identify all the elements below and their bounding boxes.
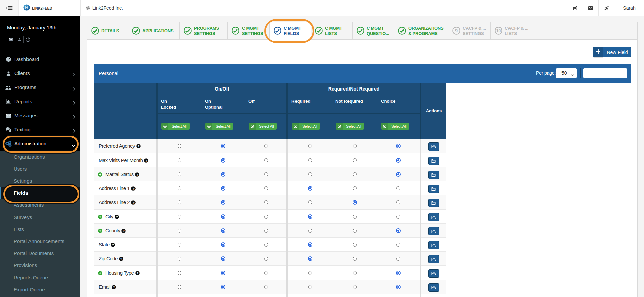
svg-text:10: 10 <box>496 28 501 33</box>
svg-text:?: ? <box>137 271 139 275</box>
svg-text:?: ? <box>123 229 125 233</box>
svg-text:?: ? <box>120 257 122 261</box>
svg-text:?: ? <box>145 159 147 162</box>
svg-text:?: ? <box>132 201 135 204</box>
svg-text:9: 9 <box>455 28 458 33</box>
svg-text:?: ? <box>138 144 140 148</box>
svg-text:?: ? <box>116 215 118 219</box>
svg-text:?: ? <box>132 187 135 190</box>
svg-text:?: ? <box>112 243 114 247</box>
svg-text:?: ? <box>136 173 138 176</box>
svg-text:?: ? <box>113 285 115 289</box>
